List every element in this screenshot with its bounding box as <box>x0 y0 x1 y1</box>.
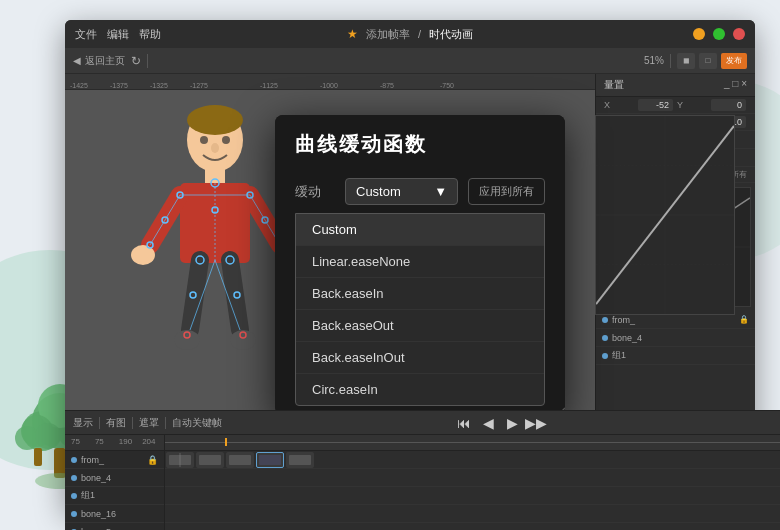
playhead[interactable] <box>225 438 227 446</box>
thumb-0-2[interactable] <box>226 452 254 468</box>
keyframe-row-3 <box>165 505 780 523</box>
bone-item-group1: 组1 <box>596 347 755 365</box>
timeline-labels: 7575190204 from_ 🔒 bone_4 组1 bone_16 <box>65 435 165 530</box>
menu-edit[interactable]: 编辑 <box>107 27 129 42</box>
prop-x-label: X <box>604 100 634 110</box>
svg-rect-58 <box>199 455 221 465</box>
svg-rect-59 <box>229 455 251 465</box>
panel-title: 量置 <box>604 78 624 92</box>
curve-dialog-header: 曲线缓动函数 <box>275 115 565 168</box>
minimize-button[interactable] <box>693 28 705 40</box>
bone-dot-4 <box>602 335 608 341</box>
tl-mask-btn[interactable]: 遮罩 <box>139 416 159 430</box>
curve-easing-dialog[interactable]: 曲线缓动函数 缓动 Custom ▼ 应用到所有 Custom Linear.e… <box>275 115 565 416</box>
tl-auto-key-btn[interactable]: 自动关键帧 <box>172 416 222 430</box>
tl-sep-3 <box>165 417 166 429</box>
ruler-mark-0: -1425 <box>70 82 88 89</box>
close-button[interactable] <box>733 28 745 40</box>
timeline-track-ruler <box>165 435 780 451</box>
timeline-bone-g1[interactable]: 组1 <box>65 487 164 505</box>
dropdown-item-custom[interactable]: Custom <box>296 214 544 246</box>
bone-item-4: bone_4 <box>596 329 755 347</box>
ruler-mark-2: -1325 <box>150 82 168 89</box>
maximize-button[interactable] <box>713 28 725 40</box>
back-icon: ◀ <box>73 55 81 66</box>
curve-graph-panel <box>595 115 735 315</box>
timeline-bone-4[interactable]: bone_4 <box>65 469 164 487</box>
transport-play[interactable]: ▶ <box>502 413 522 433</box>
curve-apply-button[interactable]: 应用到所有 <box>468 178 545 205</box>
svg-rect-12 <box>205 168 225 183</box>
timeline-bone-label-4: bone_4 <box>81 473 111 483</box>
title-bar-left: 文件 编辑 帮助 <box>75 27 161 42</box>
svg-line-20 <box>230 260 240 330</box>
svg-point-8 <box>35 423 60 449</box>
menu-help[interactable]: 帮助 <box>139 27 161 42</box>
ruler-mark-7: -750 <box>440 82 454 89</box>
timeline-bone-from[interactable]: from_ 🔒 <box>65 451 164 469</box>
ruler-mark-3: -1275 <box>190 82 208 89</box>
prop-x: X -52 Y 0 <box>596 97 755 114</box>
icon-btn-2[interactable]: □ <box>699 53 717 69</box>
toolbar-right: 51% ◼ □ 发布 <box>644 53 747 69</box>
ruler-mark-1: -1375 <box>110 82 128 89</box>
dropdown-item-linear[interactable]: Linear.easeNone <box>296 246 544 278</box>
small-tree <box>15 406 60 480</box>
ruler-mark-6: -875 <box>380 82 394 89</box>
refresh-icon[interactable]: ↻ <box>131 54 141 68</box>
publish-button[interactable]: 发布 <box>721 53 747 69</box>
svg-point-11 <box>187 105 243 135</box>
menu-file[interactable]: 文件 <box>75 27 97 42</box>
prop-y-value: 0 <box>711 99 746 111</box>
ruler-mark-5: -1000 <box>320 82 338 89</box>
tl-sep-2 <box>132 417 133 429</box>
transport-controls: ⏮ ◀ ▶ ▶▶ <box>454 413 546 433</box>
svg-point-45 <box>211 143 219 153</box>
timeline-lock-icon: 🔒 <box>147 455 158 465</box>
tl-image-btn[interactable]: 有图 <box>106 416 126 430</box>
dropdown-item-back-easeinout[interactable]: Back.easeInOut <box>296 342 544 374</box>
thumb-0-1[interactable] <box>196 452 224 468</box>
icon-btn-1[interactable]: ◼ <box>677 53 695 69</box>
svg-point-19 <box>174 330 200 350</box>
dropdown-item-back-easeout[interactable]: Back.easeOut <box>296 310 544 342</box>
curve-dropdown-list[interactable]: Custom Linear.easeNone Back.easeIn Back.… <box>295 213 545 406</box>
nav-back[interactable]: ◀ 返回主页 <box>73 54 125 68</box>
bone-dot <box>602 317 608 323</box>
dropdown-item-back-easein[interactable]: Back.easeIn <box>296 278 544 310</box>
curve-row: 缓动 Custom ▼ 应用到所有 <box>295 178 545 205</box>
curve-select-dropdown[interactable]: Custom ▼ <box>345 178 458 205</box>
transport-to-start[interactable]: ⏮ <box>454 413 474 433</box>
title-inactive-text: 添加帧率 <box>366 27 410 42</box>
bone-name-g1: 组1 <box>612 349 626 362</box>
thumb-0-3[interactable] <box>256 452 284 468</box>
svg-rect-60 <box>259 455 281 465</box>
bone-name-4: bone_4 <box>612 333 642 343</box>
back-label: 返回主页 <box>85 54 125 68</box>
svg-line-38 <box>150 195 180 245</box>
zoom-level: 51% <box>644 55 664 66</box>
curve-dialog-body: 缓动 Custom ▼ 应用到所有 Custom Linear.easeNone… <box>275 168 565 416</box>
timeline-area: 显示 有图 遮罩 自动关键帧 ⏮ ◀ ▶ ▶▶ 7575190204 from_… <box>65 410 780 530</box>
bone-list-right: from_ 🔒 bone_4 组1 <box>596 311 755 365</box>
bone-dot-g1 <box>602 353 608 359</box>
transport-prev[interactable]: ◀ <box>478 413 498 433</box>
tl-show-btn[interactable]: 显示 <box>73 416 93 430</box>
thumb-0-4[interactable] <box>286 452 314 468</box>
thumb-0-0[interactable] <box>166 452 194 468</box>
timeline-bone-16[interactable]: bone_16 <box>65 505 164 523</box>
timeline-toolbar: 显示 有图 遮罩 自动关键帧 ⏮ ◀ ▶ ▶▶ <box>65 411 780 435</box>
toolbar-sep-2 <box>670 54 671 68</box>
timeline-tracks[interactable] <box>165 435 780 530</box>
title-bar-menu: 文件 编辑 帮助 <box>75 27 161 42</box>
timeline-bone-label-5: bone_5 <box>81 527 111 531</box>
timeline-bone-dot-16 <box>71 511 77 517</box>
curve-selected-value: Custom <box>356 184 401 199</box>
timeline-bone-dot-4 <box>71 475 77 481</box>
transport-next[interactable]: ▶▶ <box>526 413 546 433</box>
keyframe-row-4 <box>165 523 780 530</box>
dropdown-item-circ-easein[interactable]: Circ.easeIn <box>296 374 544 405</box>
title-center: ★ 添加帧率 / 时代动画 <box>347 27 473 42</box>
timeline-bone-5[interactable]: bone_5 <box>65 523 164 530</box>
character-figure <box>115 100 295 380</box>
